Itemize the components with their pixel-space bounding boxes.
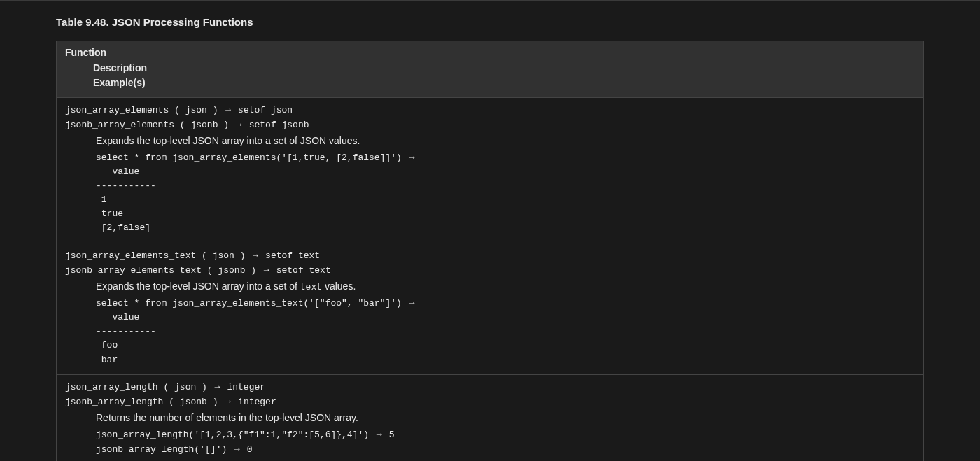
returns-arrow-icon: →: [407, 152, 416, 162]
function-signature: json_array_length ( json ) → integer: [65, 380, 915, 395]
function-cell: json_array_elements_text ( json ) → seto…: [57, 243, 924, 374]
function-description: Expands the top-level JSON array into a …: [65, 134, 915, 148]
returns-arrow-icon: →: [232, 444, 241, 454]
arg-type: json: [174, 382, 196, 392]
header-examples: Example(s): [65, 76, 915, 90]
ret-type: setof json: [238, 105, 293, 115]
table-title: Table 9.48. JSON Processing Functions: [56, 15, 924, 29]
header-function: Function: [65, 47, 106, 58]
table-row: json_array_length ( json ) → integerjson…: [57, 374, 924, 461]
header-description: Description: [65, 62, 915, 76]
arg-type: jsonb: [190, 120, 218, 130]
example-result: 5: [389, 430, 395, 440]
function-signature: jsonb_array_elements ( jsonb ) → setof j…: [65, 118, 915, 132]
returns-arrow-icon: →: [223, 104, 232, 115]
table-row: json_array_elements_text ( json ) → seto…: [57, 243, 924, 374]
example-result: 0: [247, 444, 253, 455]
function-signature: jsonb_array_length ( jsonb ) → integer: [65, 395, 915, 409]
function-cell: json_array_elements ( json ) → setof jso…: [57, 97, 924, 243]
func-name: json_array_elements: [65, 105, 169, 115]
arg-type: json: [213, 250, 234, 261]
returns-arrow-icon: →: [251, 250, 260, 260]
function-description: Expands the top-level JSON array into a …: [65, 280, 915, 294]
function-signature: jsonb_array_elements_text ( jsonb ) → se…: [65, 263, 915, 278]
returns-arrow-icon: →: [407, 297, 416, 308]
returns-arrow-icon: →: [374, 429, 384, 439]
returns-arrow-icon: →: [223, 396, 232, 406]
func-name: jsonb_array_elements_text: [65, 265, 202, 276]
example-call: select * from json_array_elements_text('…: [65, 296, 915, 311]
returns-arrow-icon: →: [234, 119, 244, 129]
func-name: json_array_elements_text: [65, 250, 196, 261]
function-cell: json_array_length ( json ) → integerjson…: [57, 374, 924, 461]
table-row: json_array_elements ( json ) → setof jso…: [57, 97, 924, 243]
example-call: select * from json_array_elements('[1,tr…: [65, 150, 915, 165]
ret-type: integer: [238, 397, 276, 407]
func-name: jsonb_array_length: [65, 397, 163, 407]
ret-type: setof text: [265, 250, 320, 261]
example-call: jsonb_array_length('[]') → 0: [65, 442, 915, 457]
function-signature: json_array_elements ( json ) → setof jso…: [65, 103, 915, 118]
ret-type: integer: [227, 382, 265, 392]
example-result-block: value ----------- 1 true [2,false]: [65, 165, 915, 236]
example-result-block: value ----------- foo bar: [65, 311, 915, 367]
function-signature: json_array_elements_text ( json ) → seto…: [65, 248, 915, 263]
arg-type: jsonb: [180, 397, 207, 407]
func-name: json_array_length: [65, 382, 158, 392]
example-call: json_array_length('[1,2,3,{"f1":1,"f2":[…: [65, 427, 915, 442]
ret-type: setof text: [276, 265, 331, 276]
column-header: Function Description Example(s): [57, 41, 924, 98]
func-name: jsonb_array_elements: [65, 120, 174, 130]
arg-type: json: [186, 105, 207, 115]
returns-arrow-icon: →: [262, 264, 271, 275]
functions-table: Function Description Example(s) json_arr…: [56, 41, 924, 461]
function-description: Returns the number of elements in the to…: [65, 411, 915, 425]
returns-arrow-icon: →: [213, 381, 222, 392]
arg-type: jsonb: [218, 265, 245, 276]
page: Table 9.48. JSON Processing Functions Fu…: [0, 1, 980, 461]
ret-type: setof jsonb: [249, 120, 309, 130]
